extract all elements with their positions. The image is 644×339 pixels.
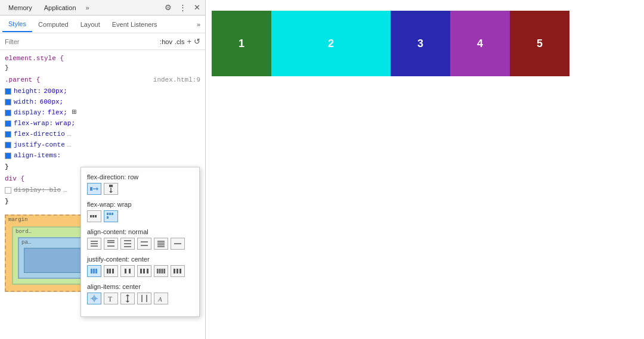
- tooltip-flex-wrap: flex-wrap: wrap: [87, 201, 193, 222]
- tab-application[interactable]: Application: [38, 2, 82, 14]
- div-closing-brace: }: [5, 198, 9, 205]
- height-checkbox[interactable]: [5, 88, 11, 95]
- svg-rect-39: [147, 269, 148, 273]
- align-items-icons: T A: [87, 293, 193, 304]
- tab-computed[interactable]: Computed: [32, 17, 75, 32]
- flex-wrap-nowrap-icon[interactable]: [87, 210, 101, 222]
- justify-content-prop: justify-conte: [14, 140, 65, 150]
- flex-item-3: 3: [391, 11, 450, 76]
- justify-content-checkbox[interactable]: [5, 142, 11, 148]
- svg-rect-6: [90, 215, 92, 217]
- svg-rect-3: [109, 185, 113, 187]
- align-items-icon-4[interactable]: [137, 293, 151, 304]
- tooltip-justify-content: justify-content: center: [87, 256, 193, 277]
- justify-content-icon-6[interactable]: [171, 265, 185, 277]
- justify-content-icon-5[interactable]: [154, 265, 168, 277]
- svg-marker-54: [126, 301, 129, 303]
- element-style-selector: element.style {: [5, 55, 64, 62]
- align-content-icon-3[interactable]: [120, 238, 135, 250]
- flex-direction-row-icon[interactable]: [87, 183, 101, 195]
- flex-wrap-tooltip-value: wrap: [117, 201, 132, 208]
- flex-wrap-icons: [87, 210, 193, 222]
- settings-icon[interactable]: ⚙: [162, 2, 174, 13]
- flex-wrap-wrap-icon[interactable]: [104, 210, 118, 222]
- width-prop: width:: [14, 97, 38, 107]
- justify-content-icon-4[interactable]: [137, 265, 151, 277]
- align-items-icon-2[interactable]: T: [104, 293, 118, 304]
- div-display-checkbox[interactable]: [5, 187, 11, 194]
- display-checkbox[interactable]: [5, 110, 11, 116]
- margin-label: margin: [8, 217, 27, 223]
- height-prop: height:: [14, 86, 41, 96]
- align-content-icon-6[interactable]: [171, 238, 185, 250]
- align-items-icon-3[interactable]: [120, 293, 135, 304]
- align-content-icon-2[interactable]: [104, 238, 118, 250]
- tab-event-listeners[interactable]: Event Listeners: [106, 17, 163, 32]
- close-icon[interactable]: ✕: [191, 2, 203, 13]
- flex-wrap-prop: flex-wrap:: [14, 119, 53, 128]
- prop-align-items: align-items:: [0, 150, 205, 161]
- tab-styles[interactable]: Styles: [2, 17, 32, 32]
- svg-rect-42: [160, 269, 162, 273]
- filter-bar: :hov .cls + ↺: [0, 33, 205, 50]
- sub-tab-bar: Styles Computed Layout Event Listeners »: [0, 15, 205, 33]
- filter-input[interactable]: [5, 38, 157, 45]
- filter-refresh-button[interactable]: ↺: [194, 37, 200, 46]
- align-items-icon-1[interactable]: [87, 293, 101, 304]
- flex-wrap-checkbox[interactable]: [5, 120, 11, 127]
- align-content-value: normal: [128, 228, 148, 235]
- flex-wrap-value[interactable]: wrap;: [55, 119, 75, 128]
- sub-tab-more[interactable]: »: [194, 18, 203, 30]
- svg-marker-5: [109, 191, 113, 193]
- tab-memory[interactable]: Memory: [2, 2, 38, 14]
- justify-content-icon-3[interactable]: [120, 265, 135, 277]
- parent-source: index.html:9: [153, 75, 200, 85]
- filter-cls-button[interactable]: .cls: [175, 38, 185, 45]
- justify-content-icons: [87, 265, 193, 277]
- flex-direction-checkbox[interactable]: [5, 131, 11, 138]
- flex-item-2: 2: [271, 11, 391, 76]
- prop-flex-direction: flex-directio…: [0, 129, 205, 139]
- flex-icon-button[interactable]: ⊞: [72, 108, 77, 117]
- svg-rect-12: [107, 216, 109, 219]
- filter-hov-button[interactable]: :hov: [160, 38, 172, 45]
- justify-content-icon-2[interactable]: [104, 265, 118, 277]
- width-checkbox[interactable]: [5, 99, 11, 105]
- tab-layout[interactable]: Layout: [75, 17, 106, 32]
- tooltip-flex-direction: flex-direction: row: [87, 173, 193, 195]
- align-items-checkbox[interactable]: [5, 153, 11, 159]
- svg-rect-45: [174, 269, 175, 273]
- align-content-icon-1[interactable]: [87, 238, 101, 250]
- tab-more-button[interactable]: »: [82, 2, 93, 14]
- tooltip-align-items: align-items: center T: [87, 283, 193, 304]
- flex-wrap-label: flex-wrap: wrap: [87, 201, 193, 208]
- flex-item-1: 1: [212, 11, 271, 76]
- css-code-area: element.style { } .parent { index.html:9…: [0, 50, 205, 339]
- display-value[interactable]: flex;: [48, 108, 67, 117]
- flex-item-4: 4: [450, 11, 510, 76]
- svg-rect-46: [177, 269, 178, 273]
- filter-plus-button[interactable]: +: [187, 37, 191, 46]
- prop-width: width: 600px;: [0, 97, 205, 107]
- align-items-icon-5[interactable]: A: [154, 293, 168, 304]
- svg-rect-8: [95, 215, 97, 217]
- align-content-icon-4[interactable]: [137, 238, 151, 250]
- tab-bar: Memory Application » ⚙ ⋮ ✕: [0, 0, 205, 15]
- justify-content-icon-1[interactable]: [87, 265, 101, 277]
- height-value[interactable]: 200px;: [44, 86, 67, 96]
- more-icon[interactable]: ⋮: [177, 2, 189, 13]
- svg-rect-35: [125, 269, 126, 273]
- svg-rect-7: [92, 215, 94, 217]
- parent-selector: .parent {: [5, 76, 40, 83]
- svg-rect-0: [90, 187, 92, 191]
- prop-display: display: flex; ⊞: [0, 107, 205, 118]
- flex-direction-value: row: [128, 173, 138, 181]
- svg-rect-11: [112, 213, 113, 215]
- align-content-icon-5[interactable]: [154, 238, 168, 250]
- flex-direction-label: flex-direction: row: [87, 173, 193, 181]
- svg-rect-34: [112, 269, 114, 273]
- svg-rect-41: [159, 269, 160, 273]
- flex-direction-column-icon[interactable]: [104, 183, 118, 195]
- display-prop: display:: [14, 108, 45, 117]
- width-value[interactable]: 600px;: [40, 97, 64, 107]
